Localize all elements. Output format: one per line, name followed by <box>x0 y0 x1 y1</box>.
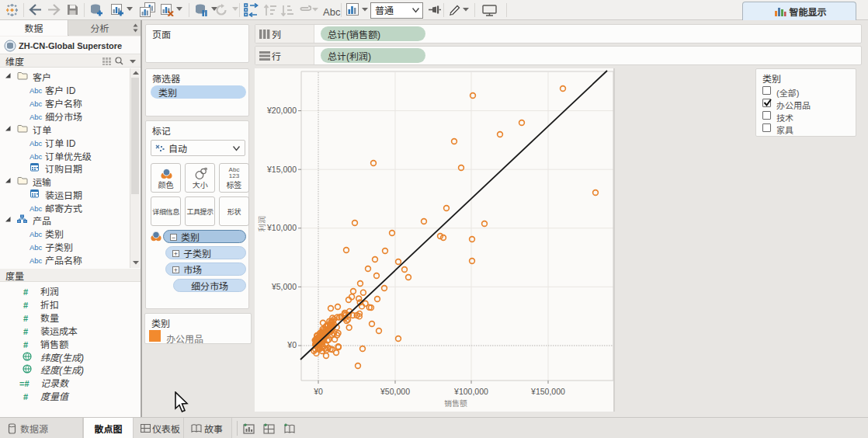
svg-text:¥20,000: ¥20,000 <box>266 104 297 116</box>
svg-text:¥0: ¥0 <box>313 385 323 397</box>
svg-text:¥150,000: ¥150,000 <box>530 385 565 397</box>
svg-text:¥10,000: ¥10,000 <box>266 221 297 233</box>
svg-text:¥15,000: ¥15,000 <box>266 163 297 175</box>
svg-text:¥0: ¥0 <box>286 339 297 350</box>
svg-text:¥100,000: ¥100,000 <box>453 385 488 397</box>
svg-text:利润: 利润 <box>255 216 267 231</box>
svg-text:¥5,000: ¥5,000 <box>271 280 297 292</box>
svg-text:销售额: 销售额 <box>444 397 467 408</box>
svg-text:¥50,000: ¥50,000 <box>380 385 410 397</box>
